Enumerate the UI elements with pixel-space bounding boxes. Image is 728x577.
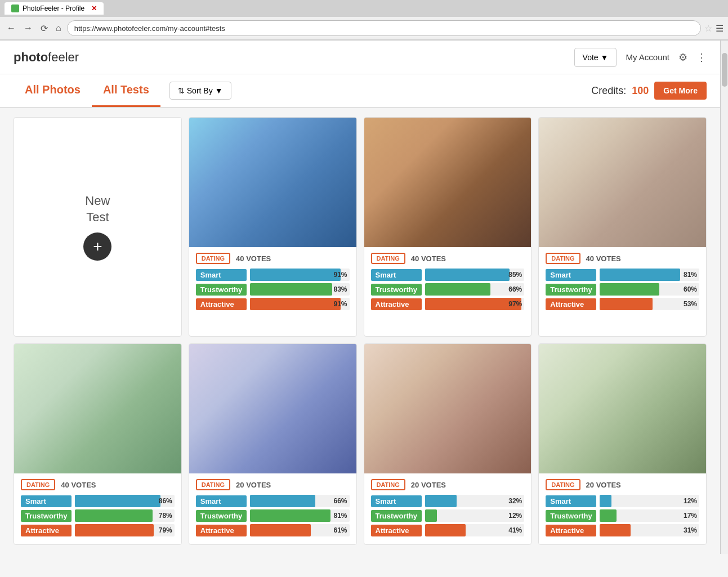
address-bar[interactable] (67, 20, 701, 36)
smart-percent-5: 66% (333, 497, 347, 505)
attractive-fill-4 (75, 524, 154, 536)
browser-scrollbar[interactable] (720, 41, 728, 554)
attractive-label-1: Attractive (196, 298, 247, 310)
browser-menu-button[interactable]: ☰ (716, 23, 723, 34)
attractive-percent-6: 41% (508, 526, 522, 534)
smart-percent-1: 91% (333, 271, 347, 279)
trustworthy-bar-3: 60% (600, 283, 699, 296)
photo-stats-3: DATING 40 VOTES Smart 81% Trustworthy (539, 247, 706, 318)
attractive-label-5: Attractive (196, 525, 247, 536)
scrollbar-thumb[interactable] (722, 53, 727, 87)
credits-label: Credits: (591, 85, 626, 97)
photo-card-1[interactable]: DATING 40 VOTES Smart 91% Trustworthy (189, 117, 357, 337)
smart-row-1: Smart 91% (196, 269, 350, 281)
sort-by-label: Sort By (187, 86, 213, 95)
logo-bold: photo (14, 50, 48, 64)
attractive-label-2: Attractive (371, 298, 422, 310)
new-test-card[interactable]: NewTest + (14, 117, 182, 337)
trustworthy-row-3: Trustworthy 60% (546, 283, 699, 296)
smart-label-5: Smart (196, 495, 247, 507)
photo-image-7 (539, 344, 706, 473)
smart-percent-3: 81% (684, 271, 697, 279)
browser-tab[interactable]: PhotoFeeler - Profile ✕ (5, 2, 104, 15)
photo-image-6 (364, 344, 532, 473)
get-more-button[interactable]: Get More (654, 82, 707, 100)
photo-image-3 (539, 118, 706, 247)
trustworthy-row-4: Trustworthy 78% (21, 509, 175, 522)
attractive-label-3: Attractive (546, 298, 596, 310)
attractive-fill-1 (250, 298, 341, 310)
smart-row-5: Smart 66% (196, 495, 350, 507)
tab-all-tests[interactable]: All Tests (92, 74, 160, 107)
photo-card-5[interactable]: DATING 20 VOTES Smart 66% Trustworthy (189, 343, 357, 545)
photo-meta-5: DATING 20 VOTES (196, 479, 350, 490)
attractive-row-7: Attractive 31% (546, 524, 699, 536)
settings-button[interactable]: ⚙ (678, 51, 687, 64)
photo-card-6[interactable]: DATING 20 VOTES Smart 32% Trustworthy (364, 343, 532, 545)
sort-by-button[interactable]: ⇅ Sort By ▼ (169, 82, 231, 100)
attractive-percent-7: 31% (684, 526, 697, 534)
trustworthy-percent-6: 12% (508, 512, 522, 520)
sort-icon: ⇅ (178, 86, 185, 95)
home-button[interactable]: ⌂ (53, 22, 64, 34)
add-test-icon[interactable]: + (83, 232, 111, 261)
smart-fill-2 (425, 269, 510, 281)
trustworthy-percent-2: 66% (508, 285, 522, 293)
attractive-bar-7: 31% (600, 524, 699, 536)
dating-badge-4: DATING (21, 479, 55, 490)
photo-meta-3: DATING 40 VOTES (546, 253, 699, 264)
trustworthy-row-6: Trustworthy 12% (371, 509, 525, 522)
photo-card-4[interactable]: DATING 40 VOTES Smart 86% Trustworthy (14, 343, 182, 545)
trustworthy-bar-4: 78% (75, 509, 175, 522)
more-button[interactable]: ⋮ (696, 51, 707, 64)
smart-percent-7: 12% (684, 497, 697, 505)
votes-label-6: 20 VOTES (411, 481, 446, 489)
trustworthy-bar-6: 12% (425, 509, 525, 522)
trustworthy-label-3: Trustworthy (546, 284, 596, 296)
tab-favicon (11, 5, 19, 12)
photo-stats-1: DATING 40 VOTES Smart 91% Trustworthy (189, 247, 356, 318)
attractive-percent-5: 61% (333, 526, 347, 534)
attractive-row-2: Attractive 97% (371, 298, 525, 310)
photo-card-7[interactable]: DATING 20 VOTES Smart 12% Trustworthy (538, 343, 707, 545)
new-test-label: NewTest (85, 193, 110, 225)
trustworthy-bar-7: 17% (600, 509, 699, 522)
back-button[interactable]: ← (5, 22, 18, 34)
photo-image-2 (364, 118, 532, 247)
bookmark-button[interactable]: ☆ (704, 23, 712, 34)
attractive-bar-5: 61% (250, 524, 350, 536)
smart-bar-6: 32% (425, 495, 525, 507)
photo-image-1 (189, 118, 356, 247)
trustworthy-percent-7: 17% (684, 512, 697, 520)
main-content: photofeeler Vote ▼ My Account ⚙ ⋮ All Ph… (0, 41, 720, 554)
votes-label-4: 40 VOTES (61, 481, 96, 489)
photo-card-2[interactable]: DATING 40 VOTES Smart 85% Trustworthy (364, 117, 532, 337)
smart-row-6: Smart 32% (371, 495, 525, 507)
tab-all-photos[interactable]: All Photos (14, 74, 92, 107)
tab-close-button[interactable]: ✕ (91, 5, 97, 12)
trustworthy-fill-2 (425, 283, 491, 296)
dating-badge-1: DATING (196, 253, 230, 264)
photo-stats-2: DATING 40 VOTES Smart 85% Trustworthy (364, 247, 532, 318)
dating-badge-7: DATING (546, 479, 580, 490)
smart-label-6: Smart (371, 495, 422, 507)
credits-amount: 100 (632, 85, 649, 97)
photo-card-3[interactable]: DATING 40 VOTES Smart 81% Trustworthy (538, 117, 707, 337)
vote-button[interactable]: Vote ▼ (574, 48, 617, 67)
forward-button[interactable]: → (21, 22, 35, 34)
trustworthy-fill-4 (75, 509, 153, 522)
smart-bar-7: 12% (600, 495, 699, 507)
smart-percent-6: 32% (508, 497, 522, 505)
attractive-label-7: Attractive (546, 525, 596, 536)
smart-label-7: Smart (546, 495, 596, 507)
attractive-fill-5 (250, 524, 311, 536)
smart-fill-7 (600, 495, 611, 507)
attractive-label-4: Attractive (21, 525, 72, 536)
refresh-button[interactable]: ⟳ (38, 22, 50, 35)
browser-chrome: PhotoFeeler - Profile ✕ ← → ⟳ ⌂ ☆ ☰ (0, 0, 728, 41)
attractive-row-3: Attractive 53% (546, 298, 699, 310)
photo-meta-7: DATING 20 VOTES (546, 479, 699, 490)
my-account-button[interactable]: My Account (626, 52, 669, 62)
trustworthy-fill-1 (250, 283, 333, 296)
attractive-row-5: Attractive 61% (196, 524, 350, 536)
